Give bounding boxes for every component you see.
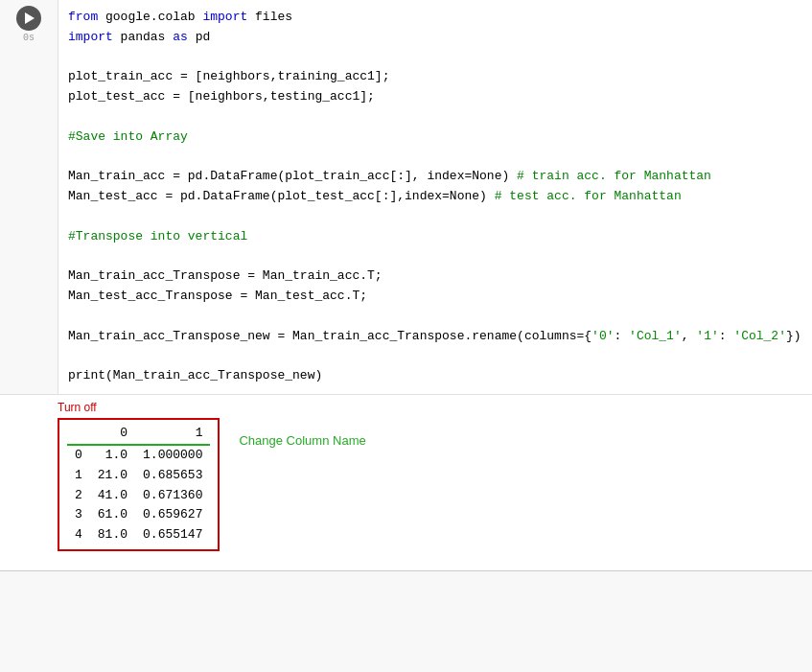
row-col0: 81.0 [90,525,135,545]
row-index: 2 [67,486,90,506]
row-index: 0 [67,445,90,466]
row-col0: 21.0 [90,466,135,486]
output-row: 0 1 0 1.0 1.000000 1 21.0 0. [58,418,802,551]
col-1-header: 1 [135,424,210,445]
row-col1: 0.671360 [135,486,210,506]
code-block: from google.colab import files import pa… [68,8,802,386]
table-row: 0 1.0 1.000000 [67,445,210,466]
code-cell: 0s from google.colab import files import… [0,0,812,394]
cell-label: 0s [23,33,35,43]
turn-off-label: Turn off [58,401,802,414]
code-editor[interactable]: from google.colab import files import pa… [58,0,812,394]
empty-space [0,571,812,672]
row-col1: 0.685653 [135,466,210,486]
col-index-header [67,424,90,445]
cell-gutter: 0s [0,0,58,394]
row-col1: 0.659627 [135,505,210,525]
change-column-label: Change Column Name [239,433,365,448]
row-col0: 1.0 [90,445,135,466]
table-header-row: 0 1 [67,424,210,445]
output-area: Turn off 0 1 0 1.0 1.0 [0,394,812,561]
data-table: 0 1 0 1.0 1.000000 1 21.0 0. [67,424,210,545]
table-row: 2 41.0 0.671360 [67,486,210,506]
table-row: 4 81.0 0.655147 [67,525,210,545]
run-button[interactable] [16,6,41,31]
row-col1: 0.655147 [135,525,210,545]
row-index: 3 [67,505,90,525]
table-row: 3 61.0 0.659627 [67,505,210,525]
run-icon [25,12,35,24]
row-index: 1 [67,466,90,486]
output-table: 0 1 0 1.0 1.000000 1 21.0 0. [58,418,220,551]
notebook-container: 0s from google.colab import files import… [0,0,812,672]
table-row: 1 21.0 0.685653 [67,466,210,486]
col-0-header: 0 [90,424,135,445]
row-col1: 1.000000 [135,445,210,466]
row-col0: 61.0 [90,505,135,525]
row-index: 4 [67,525,90,545]
row-col0: 41.0 [90,486,135,506]
